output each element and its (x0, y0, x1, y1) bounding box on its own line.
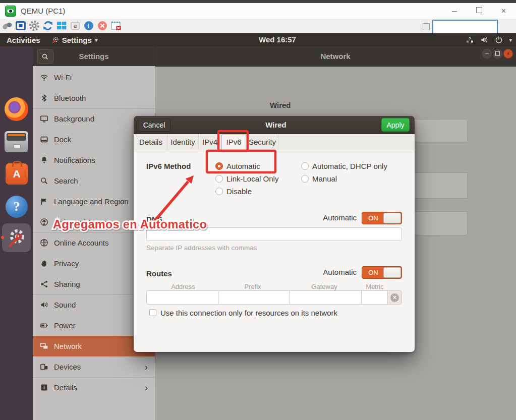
minimize-button[interactable]: ─ (482, 49, 492, 58)
page-title: Network (155, 46, 516, 66)
routes-automatic-toggle[interactable]: ON (362, 266, 402, 279)
search-button[interactable] (37, 49, 53, 64)
console-icon[interactable] (1, 20, 13, 32)
volume-icon[interactable] (480, 36, 489, 44)
radio-disable[interactable] (215, 188, 223, 195)
gear-wrench-icon (6, 227, 28, 249)
tab-identity[interactable]: Identity (167, 134, 199, 150)
info-icon[interactable]: i (83, 20, 95, 32)
qemu-titlebar: QEMU (PC1) ─ × (0, 3, 516, 19)
sidebar-item-label: Search (54, 176, 78, 185)
sidebar-item-label: Bluetooth (54, 94, 86, 102)
sidebar-item-wifi[interactable]: Wi-Fi (33, 67, 155, 88)
radio-manual[interactable] (301, 175, 309, 183)
radio-label[interactable]: Manual (312, 174, 337, 183)
radio-link-local[interactable] (215, 175, 223, 183)
windows-icon[interactable] (55, 20, 68, 32)
firefox-icon[interactable] (5, 97, 28, 121)
help-icon[interactable]: ? (6, 196, 28, 218)
maximize-icon[interactable] (476, 7, 482, 15)
file-manager-icon[interactable] (5, 131, 28, 152)
sidebar-item-label: Dock (54, 135, 71, 144)
tab-ipv6[interactable]: IPv6 (221, 134, 247, 151)
minimize-icon[interactable]: ─ (452, 7, 457, 15)
maximize-button[interactable] (493, 49, 502, 58)
sidebar-item-label: Online Accounts (54, 238, 108, 247)
sidebar-item-label: Details (54, 383, 77, 392)
dialog-tabs: Details Identity IPv4 IPv6 Security (134, 134, 415, 150)
remove-display-icon[interactable] (110, 20, 122, 32)
radio-automatic-dhcp[interactable] (301, 162, 309, 170)
network-status-icon: ? (466, 36, 474, 44)
sidebar-item-label: Devices (54, 363, 81, 371)
bell-icon (40, 156, 48, 164)
background-icon (40, 114, 48, 123)
app-menu[interactable]: Settings ▾ (51, 36, 98, 44)
sidebar-item-label: Privacy (54, 259, 79, 268)
wifi-icon (40, 73, 48, 82)
sidebar-item-label: Wi-Fi (54, 73, 72, 82)
svg-text:a: a (74, 23, 77, 29)
close-button[interactable]: × (503, 49, 513, 58)
tab-details[interactable]: Details (135, 134, 167, 150)
cancel-button[interactable]: Cancel (138, 118, 170, 132)
online-accounts-icon (40, 238, 48, 247)
dns-automatic-label: Automatic (323, 213, 357, 222)
disconnect-icon[interactable] (96, 20, 108, 32)
chevron-right-icon: › (145, 362, 148, 373)
routes-automatic-label: Automatic (323, 268, 357, 276)
keyboard-key-icon[interactable]: a (69, 20, 81, 32)
radio-automatic[interactable] (215, 162, 223, 170)
route-prefix-input[interactable] (218, 291, 290, 304)
dns-automatic-toggle[interactable]: ON (362, 212, 402, 224)
chevron-right-icon: › (145, 382, 148, 393)
dock: A ? (0, 46, 33, 420)
route-metric-input[interactable] (362, 291, 388, 304)
tab-ipv4[interactable]: IPv4 (199, 134, 221, 150)
headerbar: Settings Network ─ × (33, 46, 516, 67)
sidebar-item-label: Notifications (54, 156, 95, 164)
radio-label[interactable]: Link-Local Only (226, 174, 278, 183)
activities-button[interactable]: Activities (7, 36, 40, 44)
settings-app-icon (51, 36, 59, 44)
radio-label[interactable]: Automatic, DHCP only (312, 162, 387, 170)
fullscreen-icon[interactable] (15, 20, 27, 32)
dns-hint: Separate IP addresses with commas (146, 244, 257, 252)
ipv6-method-label: IPv6 Method (146, 162, 191, 170)
tab-security[interactable]: Security (247, 134, 278, 150)
sidebar-item-bluetooth[interactable]: Bluetooth (33, 88, 155, 108)
gear-icon[interactable] (28, 20, 40, 32)
guest-display-box[interactable] (432, 20, 498, 35)
power-icon[interactable] (495, 36, 503, 44)
hand-icon (40, 259, 48, 268)
radio-label[interactable]: Disable (226, 187, 252, 196)
svg-text:?: ? (469, 36, 472, 41)
remove-route-button[interactable]: × (388, 291, 402, 304)
route-address-input[interactable] (147, 291, 218, 304)
toolbar-widget[interactable] (423, 23, 430, 30)
chevron-down-icon[interactable]: ▾ (509, 37, 512, 43)
dialog-header: Cancel Wired Apply (134, 116, 415, 134)
dns-input[interactable] (146, 227, 402, 241)
restrict-connection-label[interactable]: Use this connection only for resources o… (160, 309, 337, 317)
radio-label[interactable]: Automatic (226, 162, 260, 170)
search-icon (41, 53, 49, 61)
sidebar-item-label: Network (54, 342, 82, 350)
sidebar-item-label: Background (54, 114, 94, 123)
sidebar-item-label: Universal Access (54, 218, 111, 226)
screen: QEMU (PC1) ─ × (0, 0, 516, 420)
close-icon[interactable]: × (501, 7, 506, 16)
sidebar-item-details[interactable]: Details › (33, 377, 155, 398)
restrict-connection-checkbox[interactable] (149, 309, 156, 316)
col-gateway: Gateway (311, 283, 337, 290)
network-icon (40, 342, 48, 350)
clock[interactable]: Wed 16:57 (259, 33, 296, 46)
refresh-icon[interactable] (42, 20, 54, 32)
settings-dock-icon[interactable] (2, 223, 31, 252)
qemu-app-icon (5, 6, 16, 17)
ubuntu-software-icon[interactable]: A (6, 163, 28, 185)
sidebar-item-devices[interactable]: Devices › (33, 356, 155, 377)
route-gateway-input[interactable] (290, 291, 362, 304)
apply-button[interactable]: Apply (381, 118, 410, 132)
svg-text:i: i (88, 22, 90, 30)
